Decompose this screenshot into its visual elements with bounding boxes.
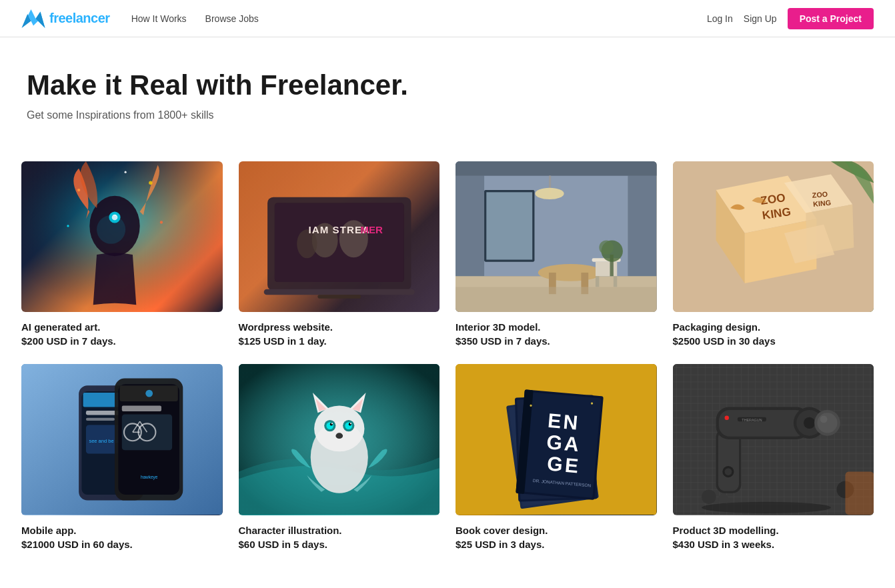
portfolio-item-character[interactable]: Character illustration. $60 USD in 5 day… [239, 364, 440, 551]
portfolio-overlay-interior [456, 161, 657, 312]
login-button[interactable]: Log In [707, 13, 733, 24]
mobile-app-graphic: see and be seen hawkeye [21, 364, 223, 515]
portfolio-item-product-3d[interactable]: THERAGUN Product 3D model [673, 364, 874, 551]
portfolio-overlay-packaging: ZOO KING ZOO KING [673, 161, 874, 312]
product-3d-graphic: THERAGUN [673, 364, 874, 515]
svg-rect-29 [486, 193, 532, 260]
svg-rect-109 [718, 431, 738, 491]
portfolio-overlay-mobile-app: see and be seen hawkeye [21, 364, 223, 515]
nav-actions: Log In Sign Up Post a Project [707, 8, 874, 29]
svg-text:EN: EN [547, 409, 581, 434]
portfolio-label-ai-art: AI generated art. $200 USD in 7 days. [21, 320, 223, 348]
svg-rect-36 [614, 277, 617, 287]
hero-section: Make it Real with Freelancer. Get some I… [0, 37, 895, 161]
svg-text:GE: GE [546, 453, 582, 477]
svg-point-122 [724, 469, 732, 476]
svg-point-10 [67, 225, 69, 227]
portfolio-item-wordpress[interactable]: IAM STREA MER Wordpress website. $125 US… [239, 161, 440, 348]
portfolio-image-packaging: ZOO KING ZOO KING [673, 161, 874, 312]
character-graphic [239, 364, 440, 515]
portfolio-overlay-wordpress: IAM STREA MER [239, 161, 440, 312]
browse-jobs-link[interactable]: Browse Jobs [205, 13, 259, 24]
portfolio-image-book-cover: EN GA GE DR. JONATHAN PATTERSON [456, 364, 657, 515]
svg-point-120 [724, 416, 728, 420]
portfolio-label-packaging: Packaging design. $2500 USD in 30 days [673, 320, 874, 348]
svg-point-7 [97, 215, 125, 244]
svg-point-123 [702, 490, 716, 505]
svg-text:THERAGUN: THERAGUN [742, 419, 762, 423]
svg-point-66 [145, 390, 153, 397]
signup-button[interactable]: Sign Up [744, 13, 777, 24]
packaging-graphic: ZOO KING ZOO KING [673, 161, 874, 312]
svg-text:hawkeye: hawkeye [141, 475, 158, 481]
svg-rect-60 [86, 418, 115, 421]
svg-rect-35 [596, 277, 599, 287]
hero-subtitle: Get some Inspirations from 1800+ skills [27, 109, 868, 121]
portfolio-overlay-product-3d: THERAGUN [673, 364, 874, 515]
svg-rect-126 [845, 472, 874, 515]
svg-point-89 [331, 423, 332, 425]
book-cover-graphic: EN GA GE DR. JONATHAN PATTERSON [456, 364, 657, 515]
svg-rect-111 [718, 410, 806, 437]
portfolio-label-book-cover: Book cover design. $25 USD in 3 days. [456, 523, 657, 551]
svg-point-12 [125, 171, 127, 173]
nav-links: How It Works Browse Jobs [131, 13, 707, 24]
portfolio-overlay-book-cover: EN GA GE DR. JONATHAN PATTERSON [456, 364, 657, 515]
svg-text:ZOO: ZOO [812, 190, 828, 199]
svg-point-39 [599, 241, 614, 255]
svg-marker-2 [36, 11, 45, 28]
post-project-button[interactable]: Post a Project [788, 8, 874, 29]
logo-bird-icon [21, 9, 45, 28]
logo-text: freelancer [49, 11, 110, 26]
hero-title: Make it Real with Freelancer. [27, 69, 868, 101]
ai-art-graphic [21, 161, 223, 312]
portfolio-image-mobile-app: see and be seen hawkeye [21, 364, 223, 515]
portfolio-image-product-3d: THERAGUN [673, 364, 874, 515]
portfolio-item-interior[interactable]: Interior 3D model. $350 USD in 7 days. [456, 161, 657, 348]
interior-graphic [456, 161, 657, 312]
portfolio-label-character: Character illustration. $60 USD in 5 day… [239, 523, 440, 551]
portfolio-overlay-character [239, 364, 440, 515]
svg-point-41 [536, 188, 564, 199]
svg-rect-23 [239, 161, 440, 312]
svg-point-116 [817, 413, 837, 433]
svg-rect-42 [456, 287, 657, 313]
svg-point-127 [702, 502, 831, 513]
portfolio-label-wordpress: Wordpress website. $125 USD in 1 day. [239, 320, 440, 348]
svg-point-30 [538, 264, 603, 281]
portfolio-item-ai-art[interactable]: AI generated art. $200 USD in 7 days. [21, 161, 223, 348]
how-it-works-link[interactable]: How It Works [131, 13, 187, 24]
portfolio-image-character [239, 364, 440, 515]
svg-point-124 [718, 494, 728, 504]
portfolio-label-mobile-app: Mobile app. $21000 USD in 60 days. [21, 523, 223, 551]
svg-point-78 [314, 406, 364, 452]
portfolio-image-wordpress: IAM STREA MER [239, 161, 440, 312]
svg-point-11 [160, 221, 163, 224]
svg-rect-67 [122, 406, 161, 412]
portfolio-item-mobile-app[interactable]: see and be seen hawkeye [21, 364, 223, 551]
wordpress-graphic: IAM STREA MER [239, 161, 440, 312]
svg-rect-34 [596, 262, 617, 277]
portfolio-image-interior [456, 161, 657, 312]
portfolio-item-packaging[interactable]: ZOO KING ZOO KING Packaging design. $250… [673, 161, 874, 348]
portfolio-item-book-cover[interactable]: EN GA GE DR. JONATHAN PATTERSON Book cov… [456, 364, 657, 551]
svg-point-114 [803, 417, 814, 429]
svg-rect-68 [122, 415, 172, 451]
navbar: freelancer How It Works Browse Jobs Log … [0, 0, 895, 37]
svg-marker-27 [456, 161, 657, 176]
svg-point-117 [820, 416, 827, 423]
logo[interactable]: freelancer [21, 9, 110, 28]
portfolio-label-product-3d: Product 3D modelling. $430 USD in 3 week… [673, 523, 874, 551]
svg-point-9 [149, 181, 152, 185]
portfolio-overlay-ai-art [21, 161, 223, 312]
portfolio-grid: AI generated art. $200 USD in 7 days. [0, 161, 895, 583]
svg-point-8 [77, 189, 80, 191]
svg-point-90 [349, 423, 351, 425]
portfolio-label-interior: Interior 3D model. $350 USD in 7 days. [456, 320, 657, 348]
svg-point-91 [335, 433, 343, 439]
svg-text:KING: KING [812, 199, 831, 208]
portfolio-image-ai-art [21, 161, 223, 312]
